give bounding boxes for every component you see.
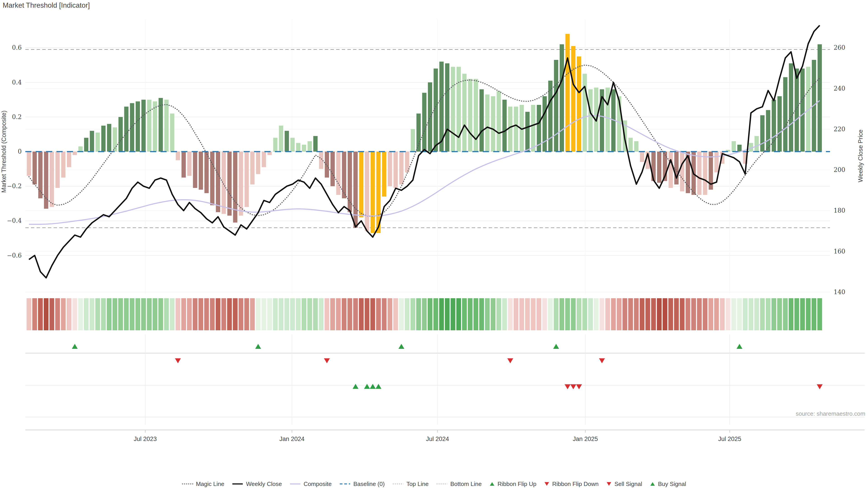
right-axis-title: Weekly Close Price [857, 129, 864, 182]
ribbon-cell [777, 298, 782, 330]
threshold-bar [411, 129, 415, 152]
ribbon-cell [78, 298, 83, 330]
ribbon-cell [256, 298, 260, 330]
ribbon-cell [187, 298, 192, 330]
threshold-bar [371, 152, 375, 233]
ribbon-cell [554, 298, 559, 330]
ribbon-cell [662, 298, 667, 330]
threshold-bar [565, 34, 569, 152]
threshold-bar [428, 83, 432, 152]
threshold-bar [817, 44, 822, 152]
threshold-bar [474, 79, 478, 152]
ribbon-cell [766, 298, 771, 330]
threshold-bar [359, 152, 364, 217]
dotted-dark-icon [182, 482, 193, 486]
ribbon-cell [737, 298, 742, 330]
threshold-bar [777, 96, 782, 152]
threshold-bar [84, 138, 88, 152]
ribbon-cell [158, 298, 163, 330]
ribbon-cell [548, 298, 553, 330]
left-tick-label: −0.2 [7, 183, 22, 190]
threshold-bar [245, 152, 249, 207]
threshold-bar [279, 126, 283, 152]
threshold-bar [382, 152, 386, 197]
ribbon-cell [61, 298, 66, 330]
threshold-bar [588, 89, 593, 152]
ribbon-cell [749, 298, 753, 330]
ribbon-cell [370, 298, 375, 330]
threshold-bar [783, 77, 787, 152]
solid-lavender-icon [289, 482, 301, 486]
ribbon-cell [588, 298, 593, 330]
threshold-bar [130, 103, 134, 152]
threshold-bar [485, 94, 490, 152]
threshold-bar [542, 96, 547, 152]
ribbon-cell [817, 298, 822, 330]
ribbon-flip-down-marker [507, 358, 513, 363]
threshold-bar [560, 44, 564, 152]
ribbon-cell [525, 298, 530, 330]
ribbon-cell [669, 298, 673, 330]
ribbon-cell [336, 298, 341, 330]
ribbon-flip-up-marker [737, 344, 742, 349]
threshold-bar [468, 79, 472, 152]
legend-label: Weekly Close [246, 481, 282, 488]
ribbon-cell [164, 298, 169, 330]
ribbon-flip-down-marker [324, 358, 330, 363]
threshold-bar [67, 152, 71, 167]
threshold-bar [204, 152, 209, 193]
ribbon-cell [622, 298, 627, 330]
threshold-bar [640, 152, 644, 162]
ribbon-cell [124, 298, 129, 330]
threshold-bar [789, 63, 793, 152]
threshold-bar [72, 152, 77, 155]
ribbon-cell [571, 298, 576, 330]
ribbon-cell [439, 298, 444, 330]
ribbon-cell [680, 298, 684, 330]
ribbon-cell [250, 298, 255, 330]
legend-label: Sell Signal [614, 481, 642, 488]
ribbon-cell [611, 298, 616, 330]
ribbon-cell [233, 298, 238, 330]
legend-item-composite: Composite [289, 481, 332, 488]
threshold-bar [399, 152, 403, 185]
threshold-bar [182, 152, 186, 177]
threshold-bar [233, 152, 237, 223]
ribbon-cell [290, 298, 295, 330]
ribbon-cell [72, 298, 77, 330]
ribbon-cell [342, 298, 346, 330]
ribbon-cell [691, 298, 696, 330]
solid-black-icon [232, 482, 243, 486]
threshold-bar [348, 152, 352, 212]
triangle-up-green-icon [650, 482, 655, 486]
ribbon-cell [376, 298, 381, 330]
ribbon-cell [806, 298, 811, 330]
dotted-gray-icon [436, 482, 447, 486]
ribbon-cell [95, 298, 100, 330]
ribbon-cell [244, 298, 249, 330]
dotted-gray-icon [393, 482, 404, 486]
ribbon-cell [479, 298, 484, 330]
threshold-bar [319, 152, 323, 169]
ribbon-cell [302, 298, 306, 330]
x-tick-label: Jul 2024 [426, 435, 449, 442]
dashed-blue-icon [339, 482, 350, 486]
sell-signal-marker [576, 384, 582, 389]
right-tick-label: 200 [834, 166, 845, 173]
ribbon-cell [347, 298, 352, 330]
threshold-bar [147, 100, 151, 152]
ribbon-cell [141, 298, 146, 330]
ribbon-cell [634, 298, 639, 330]
ribbon-cell [760, 298, 765, 330]
ribbon-flip-down-marker [599, 358, 605, 363]
threshold-bar [531, 105, 535, 152]
ribbon-cell [193, 298, 197, 330]
threshold-bar [96, 133, 100, 152]
threshold-bar [331, 152, 335, 186]
ribbon-cell [422, 298, 427, 330]
ribbon-cell [113, 298, 117, 330]
ribbon-cell [651, 298, 656, 330]
ribbon-cell [708, 298, 713, 330]
threshold-bar [296, 143, 301, 152]
threshold-bar [669, 152, 673, 188]
